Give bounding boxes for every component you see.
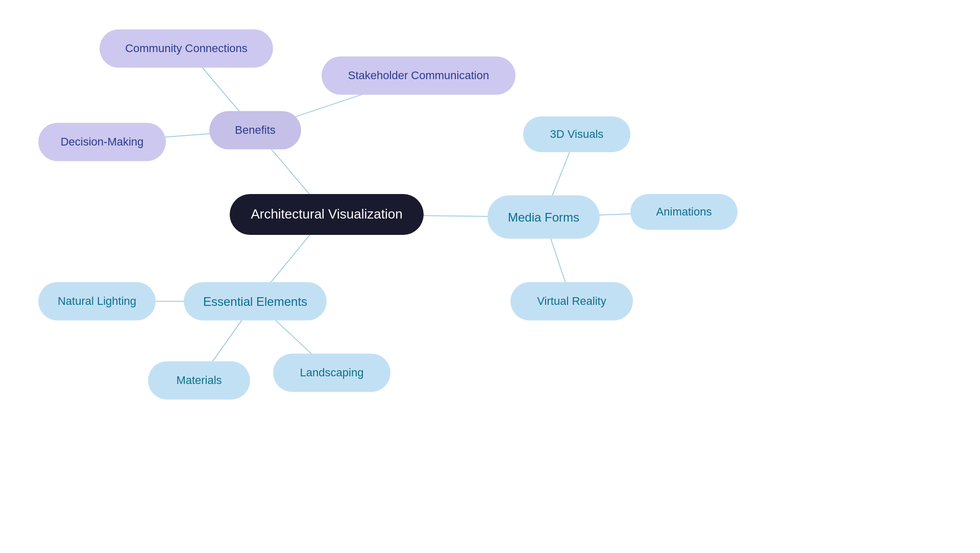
- natural-lighting-node[interactable]: Natural Lighting: [38, 282, 156, 321]
- benefits-label: Benefits: [235, 123, 276, 138]
- central-label: Architectural Visualization: [251, 206, 402, 223]
- materials-node[interactable]: Materials: [148, 362, 250, 400]
- landscaping-node[interactable]: Landscaping: [273, 354, 390, 392]
- materials-label: Materials: [176, 373, 222, 388]
- 3d-visuals-label: 3D Visuals: [550, 127, 604, 142]
- decision-label: Decision-Making: [61, 135, 144, 150]
- essential-elements-node[interactable]: Essential Elements: [184, 282, 327, 321]
- media-forms-node[interactable]: Media Forms: [487, 196, 600, 239]
- virtual-reality-node[interactable]: Virtual Reality: [510, 282, 633, 321]
- community-node[interactable]: Community Connections: [100, 30, 273, 68]
- central-node[interactable]: Architectural Visualization: [230, 194, 424, 235]
- community-label: Community Connections: [125, 41, 248, 56]
- essential-elements-label: Essential Elements: [203, 293, 307, 309]
- animations-node[interactable]: Animations: [630, 194, 738, 230]
- benefits-node[interactable]: Benefits: [209, 111, 301, 150]
- media-forms-label: Media Forms: [508, 209, 579, 225]
- animations-label: Animations: [656, 205, 712, 220]
- vr-label: Virtual Reality: [537, 294, 606, 309]
- stakeholder-label: Stakeholder Communication: [348, 68, 489, 83]
- 3d-visuals-node[interactable]: 3D Visuals: [523, 116, 630, 152]
- natural-lighting-label: Natural Lighting: [58, 294, 136, 309]
- landscaping-label: Landscaping: [300, 366, 364, 380]
- stakeholder-node[interactable]: Stakeholder Communication: [322, 57, 516, 95]
- decision-node[interactable]: Decision-Making: [38, 123, 166, 161]
